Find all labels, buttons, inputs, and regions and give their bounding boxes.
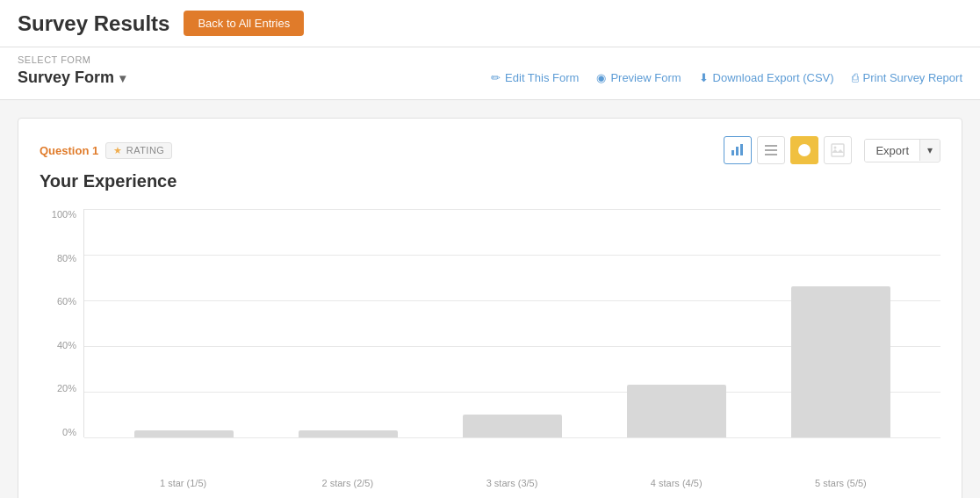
y-label-100: 100% <box>40 209 82 220</box>
top-header-left: Survey Results Back to All Entries <box>18 11 304 36</box>
y-label-80: 80% <box>40 253 82 263</box>
page-title: Survey Results <box>18 11 169 36</box>
y-label-60: 60% <box>40 296 82 307</box>
grid-line-0 <box>84 437 940 438</box>
bar-2star <box>299 430 397 437</box>
edit-form-link[interactable]: ✏ Edit This Form <box>491 71 579 84</box>
download-export-link[interactable]: ⬇ Download Export (CSV) <box>699 71 834 84</box>
export-dropdown-arrow-icon[interactable]: ▾ <box>919 140 940 161</box>
x-axis-labels: 1 star (1/5) 2 stars (2/5) 3 stars (3/5)… <box>83 473 940 488</box>
question-type-badge: ★ RATING <box>105 142 172 159</box>
chart-area: 100% 80% 60% 40% 20% 0% <box>40 209 940 473</box>
y-label-0: 0% <box>40 427 82 437</box>
chart-inner <box>83 209 940 437</box>
form-selector[interactable]: Survey Form ▾ <box>18 69 126 87</box>
top-header: Survey Results Back to All Entries <box>0 0 980 47</box>
x-label-4star: 4 stars (4/5) <box>594 473 759 488</box>
bar-1star <box>134 430 233 437</box>
bars-container <box>84 209 940 437</box>
question-type-label: RATING <box>126 145 165 155</box>
chevron-down-icon: ▾ <box>119 71 126 85</box>
pie-chart-button[interactable] <box>790 136 818 164</box>
download-export-label: Download Export (CSV) <box>713 71 834 84</box>
question-card: Question 1 ★ RATING <box>18 118 962 498</box>
bar-group-3star <box>430 209 594 437</box>
eye-icon: ◉ <box>596 71 606 84</box>
bar-group-4star <box>594 209 759 437</box>
select-form-label: SELECT FORM <box>18 54 962 65</box>
svg-rect-2 <box>740 144 743 155</box>
export-label: Export <box>865 140 919 162</box>
print-survey-label: Print Survey Report <box>863 71 962 84</box>
star-icon: ★ <box>113 145 123 156</box>
edit-icon: ✏ <box>491 71 501 84</box>
bar-group-5star <box>759 209 923 437</box>
question-title: Your Experience <box>40 171 940 191</box>
x-label-1star: 1 star (1/5) <box>101 473 265 488</box>
main-content: Question 1 ★ RATING <box>0 100 980 498</box>
chart-controls: Export ▾ <box>724 136 940 164</box>
question-number: Question 1 <box>40 144 98 157</box>
sub-header-row: Survey Form ▾ ✏ Edit This Form ◉ Preview… <box>18 69 962 87</box>
bar-chart-button[interactable] <box>724 136 752 164</box>
sub-header: SELECT FORM Survey Form ▾ ✏ Edit This Fo… <box>0 47 980 100</box>
image-view-button[interactable] <box>824 136 852 164</box>
y-label-40: 40% <box>40 340 82 350</box>
print-survey-link[interactable]: ⎙ Print Survey Report <box>852 71 962 84</box>
export-dropdown[interactable]: Export ▾ <box>864 139 940 162</box>
bar-4star <box>627 385 725 437</box>
download-icon: ⬇ <box>699 71 709 84</box>
svg-point-7 <box>834 147 837 149</box>
bar-3star <box>463 415 561 437</box>
svg-rect-1 <box>736 147 739 155</box>
y-axis-labels: 100% 80% 60% 40% 20% 0% <box>40 209 82 437</box>
y-label-20: 20% <box>40 383 82 393</box>
x-label-3star: 3 stars (3/5) <box>429 473 594 488</box>
back-to-all-entries-button[interactable]: Back to All Entries <box>184 11 304 36</box>
svg-rect-5 <box>765 154 777 155</box>
bar-group-1star <box>102 209 266 437</box>
question-header: Question 1 ★ RATING <box>40 136 940 164</box>
x-label-2star: 2 stars (2/5) <box>265 473 429 488</box>
preview-form-label: Preview Form <box>610 71 681 84</box>
x-label-5star: 5 stars (5/5) <box>759 473 923 488</box>
preview-form-link[interactable]: ◉ Preview Form <box>596 71 681 84</box>
print-icon: ⎙ <box>852 71 859 84</box>
list-view-button[interactable] <box>757 136 785 164</box>
question-meta: Question 1 ★ RATING <box>40 142 172 159</box>
action-links: ✏ Edit This Form ◉ Preview Form ⬇ Downlo… <box>491 71 962 84</box>
svg-rect-4 <box>765 149 777 151</box>
edit-form-label: Edit This Form <box>505 71 579 84</box>
svg-rect-3 <box>765 145 777 147</box>
svg-rect-0 <box>731 150 734 155</box>
svg-rect-6 <box>832 144 844 156</box>
bar-5star <box>791 286 890 437</box>
bar-group-2star <box>266 209 430 437</box>
form-name: Survey Form <box>18 69 114 87</box>
